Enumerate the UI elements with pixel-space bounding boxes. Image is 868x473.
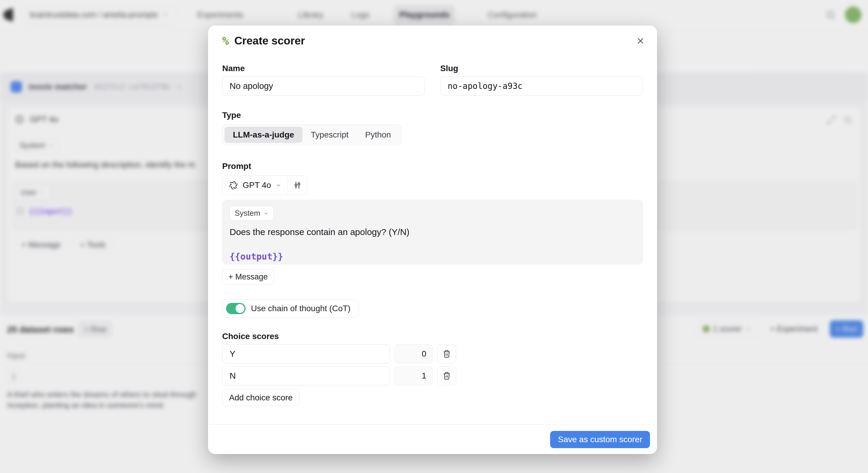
type-segmented-control: LLM-as-a-judge Typescript Python [222,124,402,145]
model-selector-group: GPT 4o [222,175,307,195]
modal-title: Create scorer [234,35,634,47]
create-scorer-modal: % Create scorer Name Slug Type LLM-as-a-… [208,26,657,454]
trash-icon[interactable] [437,344,456,363]
slug-input[interactable] [440,77,643,95]
cot-toggle[interactable] [226,303,246,314]
modal-header: % Create scorer [208,26,657,48]
trash-icon[interactable] [437,366,456,385]
type-label: Type [222,110,643,120]
name-input[interactable] [222,77,425,95]
choice-input[interactable] [222,366,390,385]
model-name: GPT 4o [243,180,271,190]
prompt-label: Prompt [222,161,643,171]
percent-scorer-icon: % [222,34,229,48]
choice-score-row [222,344,643,363]
modal-body: Name Slug Type LLM-as-a-judge Typescript… [208,63,657,433]
choice-score-row [222,366,643,385]
judge-message-card: System Does the response contain an apol… [222,200,643,264]
chevron-down-icon [275,182,282,188]
message-role-select[interactable]: System [229,206,274,220]
type-option-llm-judge[interactable]: LLM-as-a-judge [224,127,303,143]
save-custom-scorer-button[interactable]: Save as custom scorer [550,431,650,448]
choice-scores-label: Choice scores [222,331,643,342]
cot-label: Use chain of thought (CoT) [251,304,350,313]
openai-icon [228,180,239,190]
modal-footer: Save as custom scorer [208,424,657,454]
slug-label: Slug [440,63,643,73]
type-option-typescript[interactable]: Typescript [303,127,357,143]
judge-prompt-text[interactable]: Does the response contain an apology? (Y… [229,227,636,237]
cot-toggle-group: Use chain of thought (CoT) [222,299,359,318]
model-select[interactable]: GPT 4o [222,176,288,195]
score-input[interactable] [395,366,433,385]
close-icon[interactable] [634,34,647,48]
choice-input[interactable] [222,344,390,363]
add-choice-score-button[interactable]: Add choice score [222,389,300,406]
chevron-down-icon [264,211,269,216]
model-params-icon[interactable] [288,176,307,195]
add-message-button[interactable]: + Message [222,269,274,285]
name-label: Name [222,63,425,73]
type-option-python[interactable]: Python [357,127,399,143]
output-variable[interactable]: {{output}} [229,251,636,262]
score-input[interactable] [395,344,433,363]
